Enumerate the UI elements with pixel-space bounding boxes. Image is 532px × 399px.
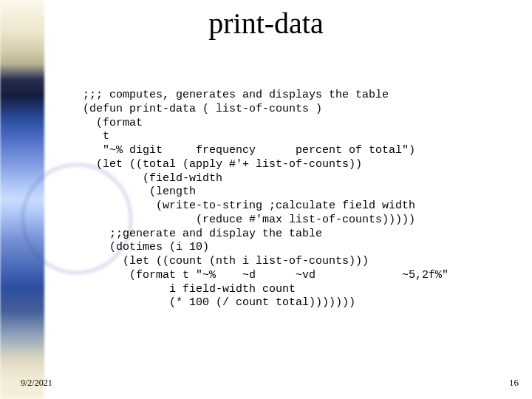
slide-title: print-data — [0, 6, 532, 41]
footer-page-number: 16 — [509, 377, 519, 389]
footer-date: 9/2/2021 — [21, 378, 52, 389]
slide: print-data ;;; computes, generates and d… — [0, 0, 532, 399]
left-accent-graphic — [0, 0, 44, 399]
code-block: ;;; computes, generates and displays the… — [83, 89, 449, 310]
